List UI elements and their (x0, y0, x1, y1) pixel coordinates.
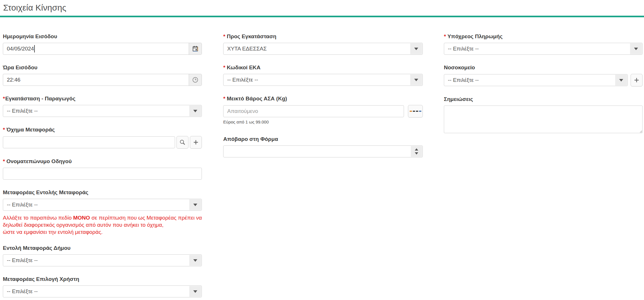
chevron-down-icon (193, 110, 197, 112)
spin-up-icon (415, 148, 418, 151)
hospital-label: Νοσοκομείο (444, 64, 643, 71)
chevron-down-icon (193, 259, 197, 262)
facility-producer-select[interactable]: -- Επιλέξτε -- (3, 105, 202, 117)
field-municipality-transport-order: Εντολή Μεταφοράς Δήμου -- Επιλέξτε -- (3, 245, 202, 266)
payer-label: *Υπόχρεος Πληρωμής (444, 33, 643, 40)
carrier-of-transport-order-label: Μεταφορέας Εντολής Μεταφοράς (3, 189, 202, 196)
dashes-icon (410, 111, 421, 112)
calendar-icon (192, 45, 199, 52)
tare-on-form-label: Απόβαρο στη Φόρμα (223, 136, 423, 143)
entry-time-value: 22:46 (3, 74, 189, 86)
text-caret (34, 45, 35, 52)
spin-down-icon (415, 152, 418, 155)
chevron-down-icon (193, 204, 197, 206)
field-carrier-of-transport-order: Μεταφορέας Εντολής Μεταφοράς -- Επιλέξτε… (3, 189, 202, 211)
entry-date-label: Ημερομηνία Εισόδου (3, 33, 202, 40)
plus-icon (192, 139, 199, 146)
carrier-of-transport-order-select[interactable]: -- Επιλέξτε -- (3, 199, 202, 211)
chevron-down-icon (619, 79, 623, 82)
required-mark: * (444, 33, 446, 39)
to-facility-label: *Προς Εγκατάσταση (223, 33, 423, 40)
vehicle-add-button[interactable] (190, 136, 202, 149)
field-to-facility: *Προς Εγκατάσταση ΧΥΤΑ ΕΔΕΣΣΑΣ (223, 33, 423, 55)
gross-weight-input[interactable] (223, 105, 404, 117)
form-column-2: *Προς Εγκατάσταση ΧΥΤΑ ΕΔΕΣΣΑΣ *Κωδικοί … (223, 33, 423, 167)
field-tare-on-form: Απόβαρο στη Φόρμα (223, 136, 423, 157)
field-entry-time: Ώρα Εισόδου 22:46 (3, 64, 202, 86)
field-facility-producer: *Εγκατάσταση - Παραγωγός -- Επιλέξτε -- (3, 95, 202, 117)
spinner-buttons[interactable] (411, 146, 422, 157)
form-column-1: Ημερομηνία Εισόδου 04/05/2024 Ώρα Εισόδο… (3, 33, 202, 300)
field-hospital: Νοσοκομείο -- Επιλέξτε -- (444, 64, 643, 86)
chevron-down-icon (414, 48, 418, 50)
required-mark: * (223, 64, 225, 70)
search-icon (179, 139, 186, 146)
dropdown-button[interactable] (630, 43, 642, 54)
notes-textarea[interactable] (444, 106, 643, 133)
vehicle-search-button[interactable] (176, 136, 188, 149)
dropdown-button[interactable] (189, 286, 201, 297)
section-divider (0, 16, 644, 17)
dropdown-button[interactable] (410, 74, 422, 85)
tare-spinner[interactable] (223, 145, 423, 157)
required-mark: * (3, 158, 5, 164)
entry-date-picker[interactable]: 04/05/2024 (3, 43, 202, 55)
driver-name-input[interactable] (3, 168, 202, 180)
chevron-down-icon (414, 79, 418, 81)
form-column-3: *Υπόχρεος Πληρωμής -- Επιλέξτε -- Νοσοκο… (444, 33, 643, 144)
notes-label: Σημειώσεις (444, 96, 643, 103)
field-gross-weight: *Μεικτό Βάρος ΑΣΑ (Kg) Εύρος από 1 ως 99… (223, 95, 423, 124)
dropdown-button[interactable] (189, 199, 201, 210)
gross-weight-hint: Εύρος από 1 ως 99.000 (223, 119, 423, 124)
transport-order-warning: Αλλάξτε το παραπάνω πεδίο ΜΟΝΟ σε περίπτ… (3, 214, 202, 236)
chevron-down-icon (193, 290, 197, 293)
to-facility-select[interactable]: ΧΥΤΑ ΕΔΕΣΣΑΣ (223, 43, 423, 55)
tare-input[interactable] (224, 146, 411, 157)
hospital-select[interactable]: -- Επιλέξτε -- (444, 74, 628, 86)
carrier-user-selection-label: Μεταφορέας Επιλογή Χρήστη (3, 276, 202, 283)
field-eka-codes: *Κωδικοί ΕΚΑ -- Επιλέξτε -- (223, 64, 423, 86)
entry-time-label: Ώρα Εισόδου (3, 64, 202, 71)
facility-producer-label: *Εγκατάσταση - Παραγωγός (3, 95, 202, 102)
clock-button[interactable] (189, 74, 202, 86)
eka-codes-label: *Κωδικοί ΕΚΑ (223, 64, 423, 71)
field-carrier-user-selection: Μεταφορέας Επιλογή Χρήστη -- Επιλέξτε -- (3, 276, 202, 297)
field-driver-name: *Ονοματεπώνυμο Οδηγού (3, 158, 202, 180)
field-entry-date: Ημερομηνία Εισόδου 04/05/2024 (3, 33, 202, 55)
hospital-add-button[interactable] (631, 74, 643, 86)
gross-weight-label: *Μεικτό Βάρος ΑΣΑ (Kg) (223, 95, 423, 102)
clock-icon (192, 76, 199, 83)
weighbridge-button[interactable] (408, 105, 423, 117)
municipality-transport-order-select[interactable]: -- Επιλέξτε -- (3, 254, 202, 266)
entry-time-picker[interactable]: 22:46 (3, 74, 202, 86)
driver-name-label: *Ονοματεπώνυμο Οδηγού (3, 158, 202, 165)
field-vehicle: *Όχημα Μεταφοράς (3, 126, 202, 149)
carrier-user-selection-select[interactable]: -- Επιλέξτε -- (3, 285, 202, 297)
required-mark: * (223, 33, 225, 39)
chevron-down-icon (634, 48, 638, 50)
vehicle-label: *Όχημα Μεταφοράς (3, 126, 202, 133)
field-payer: *Υπόχρεος Πληρωμής -- Επιλέξτε -- (444, 33, 643, 55)
vehicle-input[interactable] (3, 136, 175, 148)
dropdown-button[interactable] (189, 106, 201, 116)
page-title: Στοιχεία Κίνησης (0, 0, 644, 13)
calendar-button[interactable] (189, 43, 202, 54)
required-mark: * (3, 96, 5, 102)
required-mark: * (223, 96, 225, 102)
dropdown-button[interactable] (410, 43, 422, 54)
required-mark: * (3, 127, 5, 133)
dropdown-button[interactable] (615, 75, 627, 86)
eka-codes-select[interactable]: -- Επιλέξτε -- (223, 74, 423, 86)
municipality-transport-order-label: Εντολή Μεταφοράς Δήμου (3, 245, 202, 252)
field-notes: Σημειώσεις (444, 96, 643, 134)
plus-icon (633, 77, 640, 84)
payer-select[interactable]: -- Επιλέξτε -- (444, 43, 643, 55)
dropdown-button[interactable] (189, 255, 201, 266)
entry-date-value: 04/05/2024 (3, 43, 189, 54)
